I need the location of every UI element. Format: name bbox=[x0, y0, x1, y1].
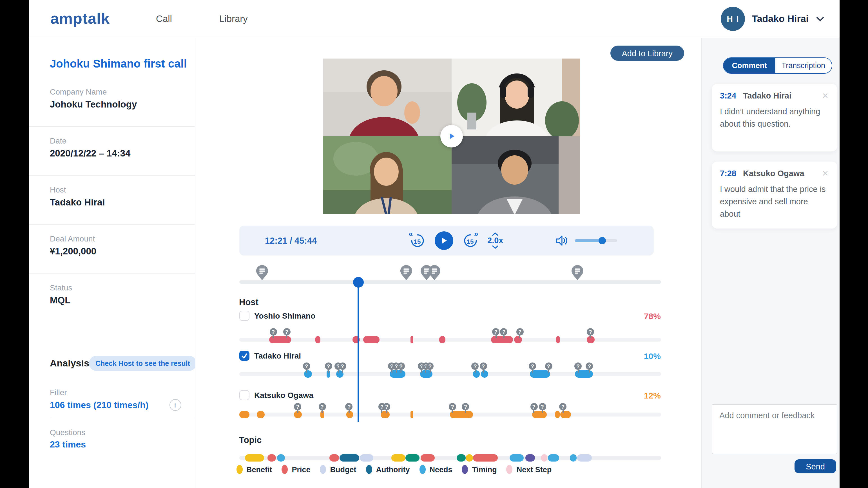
question-marker[interactable]: ? bbox=[397, 362, 405, 369]
speaker-track[interactable]: ?????????? bbox=[239, 412, 661, 416]
video-play-button[interactable] bbox=[440, 125, 463, 148]
topic-segment-needs[interactable] bbox=[277, 454, 285, 461]
speech-segment[interactable] bbox=[556, 411, 560, 418]
volume-slider[interactable] bbox=[575, 239, 617, 242]
topic-segment-authority[interactable] bbox=[340, 454, 359, 461]
speech-segment[interactable] bbox=[363, 336, 379, 343]
question-marker[interactable]: ? bbox=[462, 403, 469, 410]
skip-forward-15-button[interactable]: » 15 bbox=[463, 233, 478, 248]
speech-segment[interactable] bbox=[269, 336, 291, 343]
speech-segment[interactable] bbox=[481, 370, 488, 378]
question-marker[interactable]: ? bbox=[427, 362, 434, 369]
question-marker[interactable]: ? bbox=[318, 403, 326, 410]
speech-segment[interactable] bbox=[239, 411, 249, 418]
comment-timestamp[interactable]: 3:24 bbox=[720, 91, 736, 100]
topic-segment-needs[interactable] bbox=[548, 454, 559, 461]
topic-segment-price[interactable] bbox=[420, 454, 435, 461]
speaker-track[interactable]: ?????? bbox=[239, 337, 661, 341]
comment-timestamp[interactable]: 7:28 bbox=[720, 169, 736, 178]
question-marker[interactable]: ? bbox=[516, 328, 524, 335]
speech-segment[interactable] bbox=[450, 411, 473, 418]
tab-transcription[interactable]: Transcription bbox=[775, 58, 831, 73]
question-marker[interactable]: ? bbox=[500, 328, 507, 335]
speech-segment[interactable] bbox=[514, 336, 522, 343]
amptalk-logo[interactable]: amptalk bbox=[51, 10, 110, 28]
topic-segment-unlabeled[interactable] bbox=[406, 454, 420, 461]
speech-segment[interactable] bbox=[473, 370, 480, 378]
question-marker[interactable]: ? bbox=[479, 362, 487, 369]
topic-segment-unlabeled[interactable] bbox=[457, 454, 465, 461]
speaker-checkbox[interactable] bbox=[239, 311, 249, 321]
topic-segment-price[interactable] bbox=[330, 454, 339, 461]
caret-up-icon bbox=[492, 232, 498, 236]
speaker-track[interactable]: ???????????????? bbox=[239, 372, 661, 376]
speech-segment[interactable] bbox=[304, 370, 312, 378]
topic-segment-benefit[interactable] bbox=[466, 454, 473, 461]
question-marker[interactable]: ? bbox=[345, 403, 353, 410]
speech-segment[interactable] bbox=[556, 336, 560, 343]
speaker-checkbox[interactable] bbox=[239, 390, 249, 400]
question-marker[interactable]: ? bbox=[449, 403, 456, 410]
question-marker[interactable]: ? bbox=[492, 328, 499, 335]
playhead[interactable] bbox=[353, 276, 364, 287]
legend-label: Next Step bbox=[517, 465, 552, 474]
speech-segment[interactable] bbox=[315, 336, 320, 343]
topic-segment-price[interactable] bbox=[473, 454, 498, 461]
topic-segment-benefit[interactable] bbox=[391, 454, 405, 461]
skip-back-15-button[interactable]: « 15 bbox=[410, 233, 425, 248]
comment-pin-icon[interactable] bbox=[571, 265, 583, 280]
check-host-button[interactable]: Check Host to see the result bbox=[89, 356, 196, 371]
question-marker[interactable]: ? bbox=[530, 403, 537, 410]
volume-slider-thumb[interactable] bbox=[598, 237, 606, 244]
speech-segment[interactable] bbox=[257, 411, 265, 418]
tab-comment[interactable]: Comment bbox=[723, 58, 775, 73]
question-marker[interactable]: ? bbox=[575, 362, 582, 369]
question-marker[interactable]: ? bbox=[339, 362, 346, 369]
speech-segment[interactable] bbox=[560, 411, 571, 418]
topic-track[interactable] bbox=[239, 456, 661, 460]
question-marker[interactable]: ? bbox=[472, 362, 479, 369]
add-to-library-button[interactable]: Add to Library bbox=[610, 45, 684, 61]
question-marker[interactable]: ? bbox=[587, 328, 594, 335]
user-menu[interactable]: H I Tadako Hirai bbox=[721, 7, 824, 31]
volume-icon[interactable] bbox=[555, 235, 568, 247]
question-marker[interactable]: ? bbox=[559, 403, 566, 410]
nav-item-library[interactable]: Library bbox=[219, 13, 248, 24]
topic-segment-needs[interactable] bbox=[569, 454, 576, 461]
topic-segment-budget[interactable] bbox=[577, 454, 591, 461]
comment-input[interactable] bbox=[711, 404, 837, 454]
speaker-checkbox[interactable] bbox=[239, 351, 249, 361]
speech-segment[interactable] bbox=[410, 336, 413, 343]
question-marker[interactable]: ? bbox=[545, 362, 552, 369]
close-icon[interactable]: ✕ bbox=[822, 91, 829, 100]
topic-segment-budget[interactable] bbox=[360, 454, 373, 461]
play-button[interactable] bbox=[434, 231, 453, 250]
speech-segment[interactable] bbox=[491, 336, 513, 343]
topic-segment-timing[interactable] bbox=[525, 454, 535, 461]
speech-segment[interactable] bbox=[410, 411, 413, 418]
question-marker[interactable]: ? bbox=[303, 362, 310, 369]
field-value: 2020/12/22 – 14:34 bbox=[50, 148, 173, 159]
comment-pin-icon[interactable] bbox=[429, 265, 440, 280]
send-button[interactable]: Send bbox=[795, 459, 836, 474]
topic-segment-benefit[interactable] bbox=[245, 454, 264, 461]
topic-segment-next_step[interactable] bbox=[541, 454, 547, 461]
question-marker[interactable]: ? bbox=[383, 403, 390, 410]
question-marker[interactable]: ? bbox=[529, 362, 536, 369]
topic-segment-price[interactable] bbox=[267, 454, 276, 461]
question-marker[interactable]: ? bbox=[586, 362, 593, 369]
nav-item-call[interactable]: Call bbox=[156, 13, 172, 24]
info-icon[interactable]: i bbox=[169, 399, 181, 411]
topic-segment-needs[interactable] bbox=[510, 454, 524, 461]
comment-pin-icon[interactable] bbox=[401, 265, 412, 280]
question-marker[interactable]: ? bbox=[325, 362, 332, 369]
question-marker[interactable]: ? bbox=[270, 328, 277, 335]
speech-segment[interactable] bbox=[439, 336, 446, 343]
question-marker[interactable]: ? bbox=[538, 403, 546, 410]
close-icon[interactable]: ✕ bbox=[822, 169, 829, 178]
question-marker[interactable]: ? bbox=[294, 403, 301, 410]
playback-speed-control[interactable]: 2.0x bbox=[487, 232, 503, 249]
timeline-track[interactable] bbox=[239, 280, 661, 284]
comment-pin-icon[interactable] bbox=[256, 265, 268, 280]
question-marker[interactable]: ? bbox=[283, 328, 290, 335]
